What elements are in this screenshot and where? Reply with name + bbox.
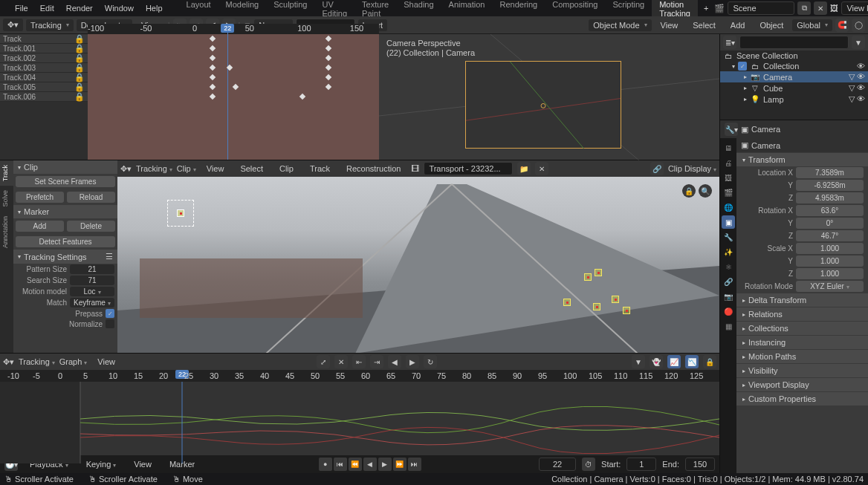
menu-help[interactable]: Help [140, 1, 169, 15]
clip-clip-menu[interactable]: Clip [273, 162, 299, 175]
clip-tracking-mode[interactable]: Tracking [136, 164, 172, 173]
scale-y-input[interactable]: 1.000 [796, 255, 864, 267]
tracking-settings-header[interactable]: Tracking Settings ☰ [13, 250, 117, 264]
tab-render-icon[interactable]: 🖥 [722, 141, 735, 154]
tab-data-icon[interactable]: 📷 [722, 290, 735, 303]
clip-track-menu[interactable]: Track [304, 162, 336, 175]
cursor-tool[interactable]: ✥▾ [3, 19, 23, 31]
section-delta-transform[interactable]: Delta Transform [736, 293, 868, 307]
prepass-checkbox[interactable]: ✓ [106, 309, 114, 318]
clip-recon-menu[interactable]: Reconstruction [340, 162, 407, 175]
channel-row[interactable]: Track.002🔒 [0, 53, 88, 63]
orientation-select[interactable]: Global [792, 19, 832, 31]
pattern-size-input[interactable]: 21 [70, 264, 114, 274]
tab-modifier-icon[interactable]: 🔧 [722, 230, 735, 244]
rot-x-input[interactable]: 63.6° [796, 205, 864, 216]
vp-select-menu[interactable]: Select [687, 19, 722, 32]
loc-z-input[interactable]: 4.9583m [796, 192, 864, 204]
search-size-input[interactable]: 71 [70, 276, 114, 285]
track-marker[interactable] [584, 273, 592, 281]
graph-cursor-tool[interactable]: ✥▾ [3, 357, 14, 367]
outliner-filter-icon[interactable]: ▼ [852, 36, 865, 49]
tab-particle-icon[interactable]: ✨ [722, 245, 735, 258]
props-editor-icon[interactable]: 🔧▾ [725, 123, 738, 136]
match-select[interactable]: Keyframe [70, 298, 114, 307]
loc-y-input[interactable]: -6.9258m [796, 180, 864, 191]
track-marker[interactable] [563, 299, 571, 306]
graph-view-menu[interactable]: View [91, 355, 121, 368]
snap-icon[interactable]: 🧲 [835, 19, 849, 32]
track-marker[interactable] [593, 303, 600, 310]
keyframe-area[interactable]: -100-50050100150 22 [88, 34, 379, 160]
add-marker-button[interactable]: Add [16, 221, 64, 232]
clip-name-field[interactable]: Transport - 23232... [424, 162, 513, 175]
graph-editor-select[interactable]: Graph [59, 357, 88, 366]
graph-ruler[interactable]: 22 -10-505101520253035404550556065707580… [0, 370, 719, 382]
vp-view-menu[interactable]: View [655, 19, 684, 32]
viewlayer-field[interactable]: View Layer [841, 1, 868, 15]
section-motion-paths[interactable]: Motion Paths [736, 350, 868, 363]
clip-lock-icon[interactable]: 🔒 [682, 184, 696, 198]
detect-features-button[interactable]: Detect Features [16, 236, 115, 247]
set-scene-frames-button[interactable]: Set Scene Frames [16, 176, 115, 187]
scale-x-input[interactable]: 1.000 [796, 243, 864, 254]
graph-tool-icon[interactable]: ↻ [424, 355, 437, 368]
menu-render[interactable]: Render [60, 1, 99, 15]
normalize-checkbox[interactable] [106, 319, 114, 328]
track-marker[interactable] [595, 269, 602, 276]
clip-browse-button[interactable]: 📁 [517, 162, 531, 175]
scene-new-button[interactable]: ⧉ [797, 1, 811, 15]
tab-physics-icon[interactable]: ⚛ [722, 260, 735, 273]
tab-material-icon[interactable]: 🔴 [722, 305, 735, 318]
clip-display-select[interactable]: Clip Display [668, 164, 716, 173]
viewport-3d[interactable]: Camera Perspective (22) Collection | Cam… [379, 34, 719, 160]
channel-row[interactable]: Track.006🔒 [0, 92, 88, 102]
rotation-mode-select[interactable]: XYZ Euler [796, 281, 864, 292]
proportional-icon[interactable]: ◯ [852, 19, 865, 32]
marker-section-header[interactable]: Marker [13, 205, 117, 218]
graph-tool-icon[interactable]: ✕ [334, 355, 348, 368]
tab-output-icon[interactable]: 🖨 [722, 156, 735, 169]
graph-tool-icon[interactable]: ⇥ [370, 355, 383, 368]
motion-model-select[interactable]: Loc [70, 287, 114, 296]
tab-viewlayer-icon[interactable]: 🖼 [722, 171, 735, 184]
object-mode-select[interactable]: Object Mode [589, 19, 651, 31]
graph-tool-icon[interactable]: ◀ [388, 355, 401, 368]
graph-tool-icon[interactable]: ⇤ [352, 355, 366, 368]
channel-row[interactable]: Track🔒 [0, 34, 88, 44]
clip-unlink-button[interactable]: ✕ [535, 162, 548, 175]
add-workspace-button[interactable]: + [698, 1, 714, 15]
channel-row[interactable]: Track.001🔒 [0, 44, 88, 53]
tree-item-camera[interactable]: ▸📷Camera▽👁 [720, 71, 868, 82]
tree-item-lamp[interactable]: ▸💡Lamp▽👁 [720, 94, 868, 105]
tab-constraint-icon[interactable]: 🔗 [722, 275, 735, 288]
section-instancing[interactable]: Instancing [736, 336, 868, 349]
scene-delete-button[interactable]: ✕ [814, 1, 827, 15]
loc-x-input[interactable]: 7.3589m [796, 167, 864, 178]
section-visibility[interactable]: Visibility [736, 364, 868, 377]
section-collections[interactable]: Collections [736, 322, 868, 335]
graph-canvas[interactable] [0, 382, 719, 455]
channel-row[interactable]: Track.005🔒 [0, 82, 88, 92]
menu-window[interactable]: Window [99, 1, 140, 15]
clip-view-menu[interactable]: View [201, 162, 230, 175]
eye-icon[interactable]: 👁 [857, 62, 865, 71]
tracking-mode-select[interactable]: Tracking [26, 19, 74, 31]
clip-pin-icon[interactable]: 🔗 [650, 162, 664, 175]
tab-object-icon[interactable]: ▣ [722, 215, 735, 229]
section-relations[interactable]: Relations [736, 307, 868, 321]
clip-editor-select[interactable]: Clip [177, 164, 196, 173]
graph-ghost-icon[interactable]: 👻 [650, 355, 663, 368]
clip-editor[interactable]: ✥▾ Tracking Clip View Select Clip Track … [117, 160, 719, 353]
section-viewport-display[interactable]: Viewport Display [736, 378, 868, 391]
tab-scene-icon[interactable]: 🎬 [722, 186, 735, 199]
collection-checkbox[interactable]: ✓ [738, 62, 747, 71]
tree-scene-collection[interactable]: 🗀 Scene Collection [720, 51, 868, 61]
channel-row[interactable]: Track.003🔒 [0, 63, 88, 73]
rot-y-input[interactable]: 0° [796, 218, 864, 229]
track-marker[interactable] [612, 296, 619, 303]
channel-row[interactable]: Track.004🔒 [0, 73, 88, 82]
outliner-search[interactable] [739, 36, 849, 49]
tab-solve[interactable]: Solve [0, 186, 13, 212]
transform-header[interactable]: Transform [736, 153, 868, 166]
